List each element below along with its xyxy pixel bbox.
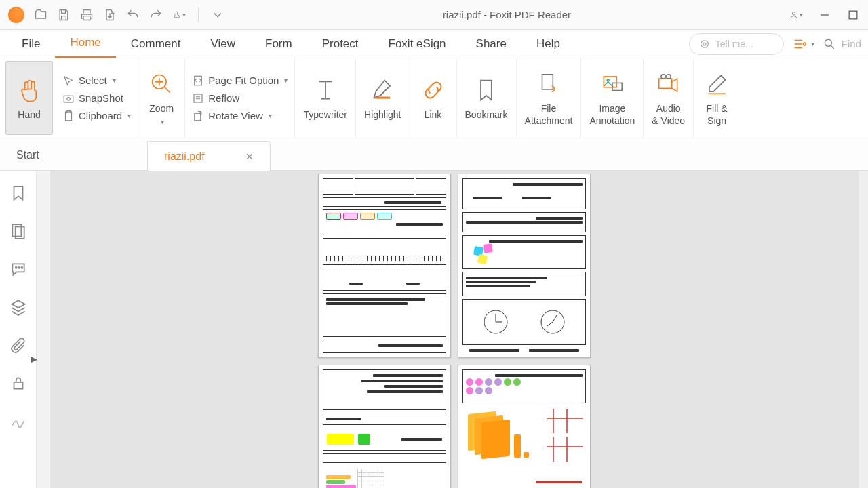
zoom-icon: [146, 69, 176, 99]
sidebar-signature-icon[interactable]: [9, 412, 27, 430]
tab-start[interactable]: Start: [0, 140, 148, 170]
bookmark-icon: [471, 75, 501, 105]
sidebar-pages-icon[interactable]: [9, 222, 27, 240]
tool-audio-video[interactable]: Audio & Video: [644, 58, 694, 138]
svg-line-31: [553, 315, 557, 322]
tool-typewriter[interactable]: Typewriter: [295, 58, 356, 138]
svg-rect-13: [195, 113, 201, 121]
sidebar-comments-icon[interactable]: [9, 260, 27, 278]
svg-line-32: [547, 322, 553, 326]
menu-form[interactable]: Form: [250, 30, 307, 58]
sidebar-security-icon[interactable]: [9, 374, 27, 392]
menu-file[interactable]: File: [7, 30, 55, 58]
tool-image-annotation[interactable]: Image Annotation: [581, 58, 644, 138]
minimize-icon[interactable]: [818, 8, 831, 22]
svg-rect-15: [604, 77, 616, 87]
highlight-icon: [368, 75, 397, 105]
menu-home[interactable]: Home: [55, 30, 115, 58]
document-tabs: Start riazii.pdf ✕: [0, 138, 868, 171]
tool-snapshot[interactable]: SnapShot: [62, 92, 131, 104]
print-icon[interactable]: [80, 8, 94, 22]
menu-help[interactable]: Help: [521, 30, 575, 58]
svg-point-25: [21, 267, 22, 268]
window-controls: ▾: [789, 8, 860, 22]
svg-rect-14: [542, 75, 553, 89]
page-thumbnail[interactable]: [318, 174, 451, 358]
page-canvas[interactable]: [50, 171, 859, 488]
svg-point-3: [703, 43, 706, 45]
redo-icon[interactable]: [149, 8, 163, 22]
tool-page-fit[interactable]: Page Fit Option▾: [192, 75, 288, 87]
maximize-icon[interactable]: [846, 8, 860, 22]
ribbon-home: Hand Select▾ SnapShot Clipboard▾ Zoom▾ P…: [0, 58, 868, 138]
svg-rect-26: [14, 382, 22, 389]
svg-point-2: [701, 40, 708, 47]
find-placeholder: Find: [842, 38, 861, 49]
file-attachment-icon: [534, 69, 564, 99]
nav-sidebar: ▶: [0, 171, 37, 488]
tool-hand[interactable]: Hand: [5, 61, 53, 135]
tool-zoom[interactable]: Zoom▾: [138, 58, 185, 138]
svg-point-5: [825, 39, 831, 46]
window-title: riazii.pdf - Foxit PDF Reader: [231, 9, 783, 20]
tool-hand-label: Hand: [18, 109, 40, 121]
page-thumbnail[interactable]: [318, 365, 451, 488]
menu-bar: File Home Comment View Form Protect Foxi…: [0, 30, 868, 58]
tool-rotate[interactable]: Rotate View▾: [192, 110, 288, 122]
touch-icon[interactable]: ▾: [172, 8, 186, 22]
audio-video-icon: [654, 69, 684, 99]
svg-rect-1: [849, 11, 857, 19]
tell-me-search[interactable]: Tell me...: [689, 33, 784, 55]
svg-point-16: [607, 79, 609, 81]
tool-clipboard[interactable]: Clipboard▾: [62, 110, 131, 122]
svg-point-0: [792, 12, 795, 14]
svg-point-20: [667, 75, 671, 79]
nav-pane-collapsed: [37, 171, 50, 488]
page-thumbnail[interactable]: [458, 365, 591, 488]
undo-icon[interactable]: [126, 8, 140, 22]
ribbon-layout-icon[interactable]: ▾: [792, 37, 814, 52]
svg-point-24: [18, 267, 20, 268]
svg-rect-18: [658, 79, 671, 88]
tool-bookmark[interactable]: Bookmark: [457, 58, 517, 138]
tool-highlight[interactable]: Highlight: [356, 58, 410, 138]
tool-fill-sign[interactable]: Fill & Sign: [694, 58, 740, 138]
open-icon[interactable]: [34, 8, 47, 22]
quick-access-toolbar: ▾: [8, 7, 224, 23]
menu-share[interactable]: Share: [461, 30, 521, 58]
save-icon[interactable]: [57, 8, 71, 22]
qat-more-icon[interactable]: [211, 8, 224, 22]
svg-rect-6: [64, 96, 73, 102]
app-logo-icon: [8, 7, 24, 23]
svg-point-19: [661, 75, 665, 79]
image-annotation-icon: [597, 69, 627, 99]
svg-point-4: [803, 43, 806, 45]
tool-reflow[interactable]: Reflow: [192, 92, 288, 104]
sidebar-attachment-icon[interactable]: [9, 336, 27, 354]
typewriter-icon: [311, 75, 340, 105]
fill-sign-icon: [702, 69, 732, 99]
svg-point-7: [67, 97, 71, 100]
account-icon[interactable]: ▾: [789, 8, 803, 22]
export-icon[interactable]: [103, 8, 117, 22]
find-box[interactable]: Find: [823, 37, 861, 51]
workspace: ▶: [0, 171, 868, 488]
svg-rect-12: [194, 94, 202, 102]
tool-select[interactable]: Select▾: [62, 75, 131, 87]
page-thumbnail[interactable]: [458, 174, 591, 358]
menu-esign[interactable]: Foxit eSign: [374, 30, 461, 58]
tool-link[interactable]: Link: [410, 58, 457, 138]
sidebar-bookmarks-icon[interactable]: [9, 184, 27, 202]
menu-view[interactable]: View: [195, 30, 250, 58]
tab-document[interactable]: riazii.pdf ✕: [147, 141, 271, 171]
sidebar-layers-icon[interactable]: [9, 298, 27, 316]
vertical-scrollbar[interactable]: [859, 171, 868, 488]
menu-protect[interactable]: Protect: [307, 30, 374, 58]
tool-file-attachment[interactable]: File Attachment: [517, 58, 582, 138]
menu-comment[interactable]: Comment: [116, 30, 196, 58]
svg-point-23: [15, 267, 16, 268]
sidebar-expand-icon[interactable]: ▶: [31, 354, 37, 364]
link-icon: [418, 75, 448, 105]
close-tab-icon[interactable]: ✕: [245, 151, 254, 162]
hand-icon: [14, 75, 44, 105]
